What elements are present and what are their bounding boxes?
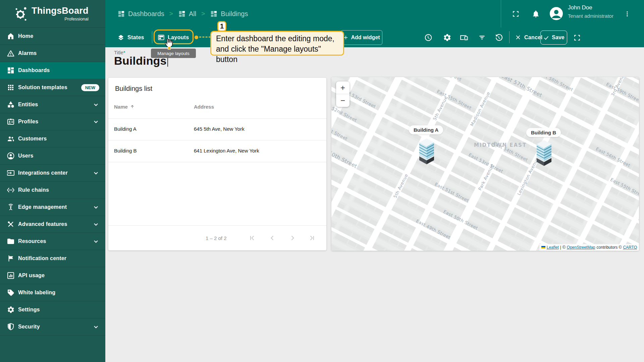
user-info[interactable]: John Doe Tenant administrator xyxy=(568,4,613,19)
api-usage-icon xyxy=(7,272,15,280)
annotation-connector-dot xyxy=(195,36,198,39)
breadcrumb-label: All xyxy=(189,10,196,18)
sidebar-item-security[interactable]: Security xyxy=(0,318,105,336)
chevron-down-icon xyxy=(93,118,99,125)
sidebar-item-edge-management[interactable]: Edge management xyxy=(0,199,105,216)
sidebar-item-home[interactable]: Home xyxy=(0,28,105,45)
cancel-button[interactable]: Cancel xyxy=(515,27,542,47)
building-marker-icon[interactable] xyxy=(419,138,434,165)
time-window-icon[interactable] xyxy=(424,33,433,42)
sidebar-item-users[interactable]: Users xyxy=(0,147,105,165)
table-cell-address[interactable]: 641 Lexington Ave, New York xyxy=(194,148,259,154)
table-divider xyxy=(108,162,326,162)
sidebar-item-label: Resources xyxy=(18,238,46,244)
column-header-address[interactable]: Address xyxy=(194,104,214,110)
last-page-icon[interactable] xyxy=(307,233,317,243)
marker-label-building-b[interactable]: Building B xyxy=(526,128,561,137)
column-header-name[interactable]: Name xyxy=(114,104,135,110)
sidebar-item-integrations-center[interactable]: Integrations center xyxy=(0,165,105,182)
map-zoom-control: + − xyxy=(336,81,350,107)
new-badge: NEW xyxy=(81,84,99,91)
sidebar-item-customers[interactable]: Customers xyxy=(0,130,105,147)
save-button[interactable]: Save xyxy=(540,31,567,45)
filter-icon[interactable] xyxy=(478,33,486,42)
chevron-down-icon xyxy=(93,170,99,176)
settings-gear-icon xyxy=(7,306,15,314)
marker-label-building-a[interactable]: Building A xyxy=(409,125,443,134)
sidebar-item-resources[interactable]: Resources xyxy=(0,233,105,250)
sidebar-item-label: Settings xyxy=(18,307,40,313)
profiles-icon xyxy=(7,118,15,126)
home-icon xyxy=(7,32,15,40)
sidebar-item-solution-templates[interactable]: Solution templates NEW xyxy=(0,79,105,96)
previous-page-icon[interactable] xyxy=(267,233,277,243)
add-widget-button[interactable]: Add widget xyxy=(340,30,382,45)
map[interactable]: West 53rd Street West 52nd Street West 5… xyxy=(331,77,639,251)
edge-management-icon xyxy=(7,203,15,211)
sidebar-item-label: Home xyxy=(18,33,33,39)
sidebar-item-label: Integrations center xyxy=(18,170,68,176)
table-cell-name[interactable]: Building A xyxy=(114,126,137,132)
logo[interactable]: ThingsBoard Professional xyxy=(0,0,105,27)
table-divider xyxy=(108,118,326,119)
sidebar-item-label: Alarms xyxy=(18,50,37,56)
avatar[interactable] xyxy=(550,7,563,20)
app-name: ThingsBoard xyxy=(32,6,89,15)
states-button[interactable]: States xyxy=(117,27,144,47)
toolbar-fullscreen-icon[interactable] xyxy=(573,33,581,42)
annotation-step-badge: 1 xyxy=(217,21,226,32)
breadcrumb-separator: > xyxy=(169,10,173,17)
sidebar-nav: Home Alarms Dashboards Solution template… xyxy=(0,27,105,336)
breadcrumb-all[interactable]: All xyxy=(178,10,196,18)
sidebar-item-advanced-features[interactable]: Advanced features xyxy=(0,216,105,233)
user-name: John Doe xyxy=(568,4,613,11)
notification-center-icon xyxy=(7,254,15,262)
thingsboard-logo-icon xyxy=(14,6,28,22)
chevron-down-icon xyxy=(93,101,99,108)
sidebar-item-label: Solution templates xyxy=(18,84,67,90)
fullscreen-icon[interactable] xyxy=(510,8,521,19)
pagination: 1 – 2 of 2 xyxy=(108,225,326,250)
chevron-down-icon xyxy=(93,323,99,330)
openstreetmap-link[interactable]: OpenStreetMap xyxy=(567,245,595,250)
table-cell-address[interactable]: 645 5th Ave, New York xyxy=(194,126,245,132)
zoom-out-button[interactable]: − xyxy=(336,94,350,107)
sidebar-item-label: Notification center xyxy=(18,255,66,261)
alarm-icon xyxy=(7,49,15,57)
next-page-icon[interactable] xyxy=(287,233,298,243)
notifications-bell-icon[interactable] xyxy=(530,8,541,19)
annotation-text-line2: and click the "Manage layouts" button xyxy=(216,44,338,65)
sidebar-item-settings[interactable]: Settings xyxy=(0,301,105,318)
leaflet-link[interactable]: Leaflet xyxy=(547,245,559,250)
breadcrumb-buildings[interactable]: Buildings xyxy=(210,10,248,18)
chevron-down-icon xyxy=(93,238,99,245)
sidebar-item-label: Security xyxy=(18,324,40,330)
first-page-icon[interactable] xyxy=(247,233,257,243)
sidebar-item-label: Advanced features xyxy=(18,221,67,227)
kebab-menu-icon[interactable] xyxy=(624,8,631,19)
breadcrumb-dashboards[interactable]: Dashboards xyxy=(117,10,164,18)
pagination-range: 1 – 2 of 2 xyxy=(206,235,227,241)
zoom-in-button[interactable]: + xyxy=(336,81,350,94)
users-icon xyxy=(7,152,15,160)
sidebar-item-white-labeling[interactable]: White labeling xyxy=(0,284,105,301)
sidebar-item-alarms[interactable]: Alarms xyxy=(0,45,105,62)
advanced-features-icon xyxy=(7,220,15,228)
sidebar-item-entities[interactable]: Entities xyxy=(0,96,105,113)
attribution-separator: | xyxy=(560,245,561,250)
manage-layouts-devices-icon[interactable] xyxy=(460,33,468,42)
dashboard-settings-gear-icon[interactable] xyxy=(443,33,451,42)
sidebar-item-api-usage[interactable]: API usage xyxy=(0,267,105,284)
states-icon xyxy=(117,34,124,41)
table-cell-name[interactable]: Building B xyxy=(114,148,137,154)
sidebar-item-dashboards[interactable]: Dashboards xyxy=(0,62,105,79)
sidebar-item-label: Entities xyxy=(18,102,38,108)
annotation-highlight-box xyxy=(154,29,194,44)
history-icon[interactable] xyxy=(495,33,503,42)
building-marker-icon[interactable] xyxy=(537,140,551,166)
carto-link[interactable]: CARTO xyxy=(623,245,637,250)
integrations-icon xyxy=(7,169,15,177)
sidebar-item-rule-chains[interactable]: Rule chains xyxy=(0,182,105,199)
sidebar-item-notification-center[interactable]: Notification center xyxy=(0,250,105,267)
sidebar-item-profiles[interactable]: Profiles xyxy=(0,113,105,130)
